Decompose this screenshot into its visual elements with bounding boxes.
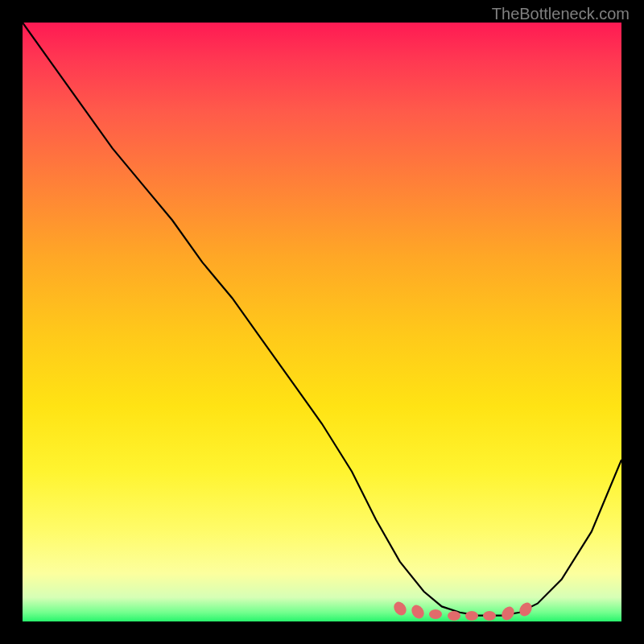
optimal-markers	[23, 23, 621, 621]
optimal-marker	[465, 611, 478, 621]
optimal-marker	[517, 601, 535, 619]
attribution-text: TheBottleneck.com	[492, 5, 630, 23]
optimal-marker	[409, 603, 427, 621]
optimal-marker	[499, 605, 517, 623]
optimal-marker	[429, 609, 442, 619]
chart-plot-area	[23, 23, 621, 621]
optimal-marker	[483, 611, 496, 621]
optimal-marker	[448, 611, 460, 621]
optimal-marker	[391, 599, 409, 617]
